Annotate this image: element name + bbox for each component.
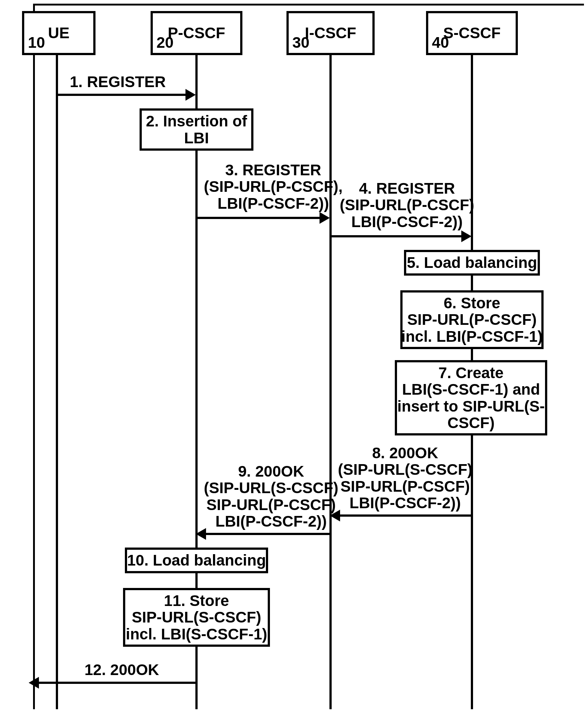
msg-3-label: 3. REGISTER (SIP-URL(P-CSCF), LBI(P-CSCF… (204, 162, 343, 212)
step-2-box: 2. Insertion of LBI (140, 108, 253, 151)
msg-4-label: 4. REGISTER (SIP-URL(P-CSCF) LBI(P-CSCF-… (340, 180, 474, 230)
msg-12-label: 12. 200OK (84, 661, 159, 678)
actor-scscf-num: 40 (432, 34, 449, 51)
msg-9-line (204, 533, 331, 535)
msg-4-arrow (461, 230, 472, 242)
actor-pcscf: P-CSCF 20 (151, 11, 242, 55)
actor-ue: UE 10 (22, 11, 95, 55)
diagram-frame (33, 4, 584, 709)
msg-1-line (57, 94, 189, 96)
actor-scscf: S-CSCF 40 (426, 11, 518, 55)
msg-9-label: 9. 200OK (SIP-URL(S-CSCF) SIP-URL(P-CSCF… (204, 463, 338, 530)
msg-4-line (331, 235, 465, 237)
lifeline-icscf (329, 55, 332, 709)
msg-12-line (37, 682, 196, 684)
step-11-box: 11. Store SIP-URL(S-CSCF) incl. LBI(S-CS… (123, 588, 270, 647)
msg-8-label: 8. 200OK (SIP-URL(S-CSCF) SIP-URL(P-CSCF… (338, 445, 472, 511)
step-10-box: 10. Load balancing (125, 548, 268, 573)
actor-icscf: I-CSCF 30 (286, 11, 375, 55)
sequence-diagram: UE 10 P-CSCF 20 I-CSCF 30 S-CSCF 40 1. R… (0, 0, 588, 714)
actor-ue-num: 10 (28, 34, 45, 51)
msg-12-arrow (29, 677, 39, 689)
msg-9-arrow (196, 528, 206, 540)
step-6-box: 6. Store SIP-URL(P-CSCF) incl. LBI(P-CSC… (400, 290, 544, 349)
lifeline-ue (56, 55, 58, 709)
step-5-box: 5. Load balancing (404, 250, 540, 276)
step-7-box: 7. Create LBI(S-CSCF-1) and insert to SI… (395, 360, 547, 435)
msg-3-line (196, 217, 323, 219)
msg-3-arrow (320, 212, 330, 224)
actor-icscf-num: 30 (292, 34, 310, 51)
msg-1-arrow (185, 89, 196, 101)
msg-1-label: 1. REGISTER (70, 73, 166, 90)
msg-8-line (338, 514, 472, 517)
actor-pcscf-num: 20 (156, 34, 174, 51)
